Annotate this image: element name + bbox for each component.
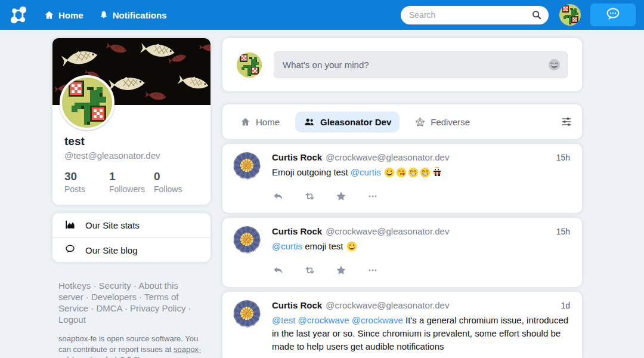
stat-posts[interactable]: 30 Posts [64,170,109,194]
stat-follows[interactable]: 0 Follows [154,170,199,194]
account-avatar[interactable] [559,4,581,26]
favourite-icon[interactable] [335,190,347,202]
post-handle: @crockwave@gleasonator.dev [326,300,449,310]
search-input[interactable] [401,6,549,24]
post-content: @curtis emoji test [272,240,570,253]
compose-card [222,38,582,91]
nav-notifications-label: Notifications [113,10,167,20]
post-handle: @crockwave@gleasonator.dev [326,226,449,236]
tab-home[interactable]: Home [232,112,288,132]
post: Curtis Rock @crockwave@gleasonator.dev 1… [222,292,582,358]
tab-fediverse[interactable]: Fediverse [407,112,478,132]
footer-link[interactable]: Security [99,280,131,291]
footer-about: soapbox-fe is open source software. You … [58,334,208,358]
footer-link[interactable]: Privacy Policy [130,303,185,313]
gleasonator-logo-icon[interactable] [8,5,29,25]
more-options-icon[interactable] [367,190,379,202]
post-actions [272,264,570,276]
post-timestamp[interactable]: 15h [556,153,570,162]
profile-card: test @test@gleasonator.dev 30 Posts 1 Fo… [52,38,210,205]
chat-bubble-icon [604,7,622,24]
feed: Curtis Rock @crockwave@gleasonator.dev 1… [222,144,582,358]
stat-followers[interactable]: 1 Followers [109,170,154,194]
footer-link[interactable]: Developers [91,292,137,302]
timeline-settings-icon[interactable] [561,116,572,128]
post-content: Emoji outgoing test @curtis [272,166,570,179]
site-blog-label: Our Site blog [85,245,138,255]
face-blowing-kiss-emoji [396,167,407,178]
site-menu: Our Site stats Our Site blog [52,213,210,262]
tab-gleasonator-dev[interactable]: Gleasonator Dev [295,112,400,132]
main-column: Home Gleasonator Dev [222,38,582,358]
profile-avatar[interactable] [60,75,114,130]
fediverse-icon [415,117,425,127]
nav-notifications-link[interactable]: Notifications [99,10,167,20]
compose-avatar[interactable] [237,53,262,78]
nav-home-label: Home [58,10,83,20]
profile-handle: @test@gleasonator.dev [64,150,199,161]
post-author-avatar[interactable] [233,152,261,180]
favourite-icon[interactable] [335,264,347,276]
beaming-face-emoji [408,167,419,178]
search-icon[interactable] [531,9,543,23]
emoji-picker-icon[interactable] [548,58,561,71]
mention-link[interactable]: @curtis [272,241,302,251]
comment-icon [64,243,76,257]
pixel-mascot-emoji [432,167,442,178]
post-handle: @crockwave@gleasonator.dev [326,152,449,162]
mention-link[interactable]: @crockwave [352,315,403,325]
footer-link[interactable]: Hotkeys [58,280,91,291]
nav-home-link[interactable]: Home [44,10,83,20]
bell-icon [99,10,109,20]
mention-link[interactable]: @crockwave [298,315,349,325]
more-options-icon[interactable] [367,264,379,276]
footer-link[interactable]: DMCA [96,303,122,313]
footer-link[interactable]: Logout [58,314,86,325]
left-sidebar: test @test@gleasonator.dev 30 Posts 1 Fo… [52,38,210,358]
post-timestamp[interactable]: 1d [561,301,570,310]
mention-link[interactable]: @curtis [351,167,381,177]
post-author-avatar[interactable] [233,300,261,328]
timeline-tabs: Home Gleasonator Dev [222,104,582,139]
repost-icon[interactable] [304,264,315,276]
top-navbar: Home Notifications [0,0,644,30]
home-icon [44,10,54,20]
post-author[interactable]: Curtis Rock [272,152,322,162]
users-icon [304,117,315,127]
reply-icon[interactable] [272,264,284,276]
repost-icon[interactable] [304,190,315,202]
post: Curtis Rock @crockwave@gleasonator.dev 1… [222,144,582,213]
post-author[interactable]: Curtis Rock [272,226,322,236]
search-bar [401,6,549,24]
compose-input[interactable] [274,51,568,78]
chart-area-icon [64,219,76,232]
profile-stats: 30 Posts 1 Followers 0 Follows [52,161,210,205]
post-timestamp[interactable]: 15h [556,227,570,236]
site-stats-link[interactable]: Our Site stats [52,213,210,237]
post-actions [272,190,570,202]
profile-name[interactable]: test [64,135,199,148]
mention-link[interactable]: @test [272,315,295,325]
site-stats-label: Our Site stats [85,220,140,230]
home-icon [240,117,250,127]
grinning-face-emoji [346,241,357,252]
chat-button[interactable] [590,4,636,26]
post-author-avatar[interactable] [233,226,261,254]
footer-links: Hotkeys · Security · About this server ·… [58,280,199,325]
beaming-face-emoji [420,167,431,178]
post-author[interactable]: Curtis Rock [272,300,322,310]
post-content: @test @crockwave @crockwave It's a gener… [272,314,570,353]
site-blog-link[interactable]: Our Site blog [52,237,210,262]
post: Curtis Rock @crockwave@gleasonator.dev 1… [222,218,582,287]
reply-icon[interactable] [272,190,284,202]
page-content: test @test@gleasonator.dev 30 Posts 1 Fo… [0,0,644,358]
grinning-face-emoji [384,167,395,178]
